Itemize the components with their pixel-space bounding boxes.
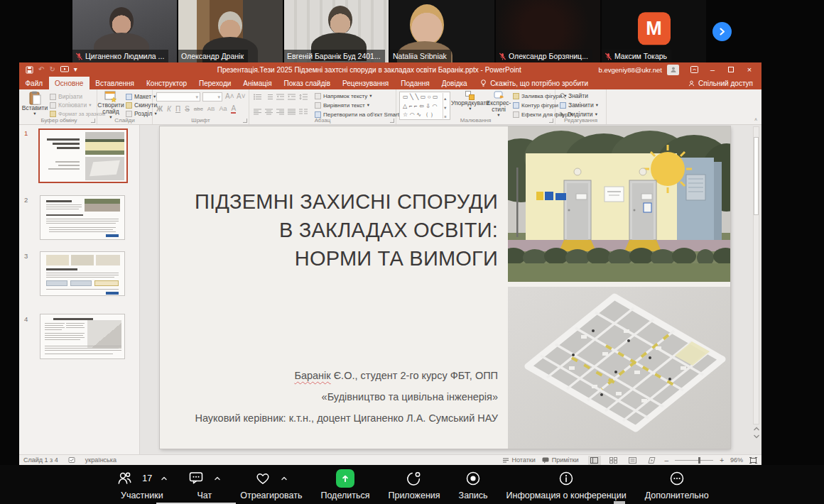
participant-tile[interactable]: Олександр Дранік [178,0,283,62]
slide-thumbnail-1[interactable] [38,128,128,183]
slide-subtitle[interactable]: Баранік Є.О., студент 2-го курсу ФБТ, ОП… [164,365,498,429]
next-participants-page-button[interactable] [712,22,732,41]
participant-tile[interactable]: Олександр Борзяниц... [496,0,600,62]
zoom-out-button[interactable]: – [665,456,669,464]
chevron-up-icon[interactable] [213,474,222,483]
tab-insert[interactable]: Вставлення [90,77,141,89]
character-spacing-button[interactable]: АВ [207,106,215,112]
dialog-launcher-icon[interactable] [243,119,247,123]
font-size-combo[interactable]: ▾ [202,92,222,102]
dialog-launcher-icon[interactable] [549,119,553,123]
tab-help[interactable]: Довідка [435,77,473,89]
more-button[interactable]: Дополнительно [636,469,718,500]
strikethrough-button[interactable]: S [185,105,190,113]
text-shadow-button[interactable]: abc [194,106,203,112]
shrink-font-icon[interactable]: А˅ [237,92,246,101]
participants-button[interactable]: 17 Участники [106,469,178,500]
columns-icon[interactable] [299,109,308,115]
slide-thumbnail-2[interactable] [40,195,125,240]
slide-title[interactable]: ПІДЗЕМНІ ЗАХИСНІ СПОРУДИ В ЗАКЛАДАХ ОСВІ… [174,187,498,273]
normal-view-button[interactable] [588,456,601,465]
shapes-gallery[interactable]: ▭╲╲▭○▭△⌐⌐⇦⇩◠☆◠∿（）☆▲▼≡ [399,92,450,120]
minimize-button[interactable]: – [703,62,722,77]
chevron-up-icon[interactable] [280,474,288,483]
slide-canvas[interactable]: ПІДЗЕМНІ ЗАХИСНІ СПОРУДИ В ЗАКЛАДАХ ОСВІ… [140,125,761,454]
start-slideshow-icon[interactable] [60,66,69,73]
justify-icon[interactable] [288,109,296,115]
slide-thumbnail-4[interactable] [40,314,125,359]
participant-tile[interactable]: Циганенко Людмила ... [72,0,177,62]
italic-button[interactable]: К [167,105,171,113]
dialog-launcher-icon[interactable] [91,119,95,123]
undo-icon[interactable]: ↶ [38,66,44,73]
copy-button[interactable]: Копіювати▾ [50,101,91,109]
zoom-in-button[interactable]: + [720,456,724,464]
slide-thumbnail-3[interactable] [40,251,125,296]
account-avatar-icon[interactable] [667,65,679,75]
react-button[interactable]: Отреагировать [231,469,311,500]
participant-tile[interactable]: Евгеній Баранік Буд 2401... [284,0,389,62]
next-slide-button[interactable] [753,434,760,439]
slide-counter[interactable]: Слайд 1 з 4 [23,456,58,464]
fit-to-window-icon[interactable] [749,457,757,464]
numbering-icon[interactable] [265,94,273,100]
find-button[interactable]: Знайти [560,92,588,100]
save-icon[interactable] [26,66,33,74]
shelter-exterior-photo[interactable] [508,126,730,282]
participant-tile[interactable]: M Максим Токарь [602,0,706,62]
increase-indent-icon[interactable] [288,94,296,100]
language-indicator[interactable]: українська [85,456,116,464]
chat-button[interactable]: Чат [178,469,231,500]
bold-button[interactable]: Ж [156,105,163,113]
customize-qat-caret-icon[interactable]: ▾ [74,66,77,73]
line-spacing-icon[interactable] [299,94,308,100]
participant-tile-active-speaker[interactable]: Nataliia Sribniak [390,0,494,62]
tell-me-search[interactable]: Скажіть, що потрібно зробити [473,77,595,89]
align-right-icon[interactable] [276,109,284,115]
tab-animations[interactable]: Анімація [237,77,278,89]
previous-slide-button[interactable] [753,426,760,432]
paste-button[interactable]: Вставити▾ [23,91,46,116]
layout-button[interactable]: Макет▾ [126,92,156,101]
cut-button[interactable]: Вирізати [50,92,82,101]
tab-view[interactable]: Подання [395,77,435,89]
tab-file[interactable]: Файл [19,77,49,89]
new-slide-button[interactable]: Створити слайд▾ [99,91,123,120]
scrollbar-thumb[interactable] [754,137,759,215]
reading-view-button[interactable] [627,456,639,465]
font-name-combo[interactable]: ▾ [156,92,200,102]
slide-1[interactable]: ПІДЗЕМНІ ЗАХИСНІ СПОРУДИ В ЗАКЛАДАХ ОСВІ… [160,126,730,449]
comments-button[interactable]: Примітки [542,456,579,464]
text-direction-button[interactable]: Напрямок тексту▾ [315,92,372,100]
chevron-up-icon[interactable] [160,474,168,483]
underline-button[interactable]: П [175,105,180,113]
slideshow-view-button[interactable] [646,456,658,465]
tab-design[interactable]: Конструктор [141,77,193,89]
account-email[interactable]: b.evgeniy88@ukr.net [599,66,662,74]
slide-thumbnail-panel[interactable]: 1 2 [19,125,140,454]
vertical-scrollbar[interactable] [753,126,759,424]
arrange-button[interactable]: Упорядкувати▾ [455,91,486,111]
zoom-slider[interactable] [675,460,713,461]
tab-slideshow[interactable]: Показ слайдів [278,77,337,89]
notes-button[interactable]: Нотатки [502,456,536,464]
collapse-ribbon-icon[interactable]: ˄ [754,117,757,122]
record-button[interactable]: Запись [450,469,497,500]
grow-font-icon[interactable]: А˄ [225,92,234,101]
align-center-icon[interactable] [265,109,273,115]
align-left-icon[interactable] [254,109,261,115]
ribbon-display-options-button[interactable] [685,62,703,77]
apps-button[interactable]: Приложения [379,469,449,500]
decrease-indent-icon[interactable] [276,94,284,100]
meeting-info-button[interactable]: Информация о конференции [497,469,636,500]
close-button[interactable]: × [740,62,759,77]
spellcheck-status[interactable] [68,456,75,464]
zoom-level[interactable]: 96% [730,456,743,464]
replace-button[interactable]: Замінити▾ [560,101,598,109]
redo-icon[interactable]: ↻ [49,66,55,73]
quick-styles-button[interactable]: Експрес-стилі▾ [486,91,511,118]
change-case-button[interactable]: Aa [219,105,227,112]
slide-sorter-view-button[interactable] [607,456,620,465]
dialog-launcher-icon[interactable] [390,119,394,123]
shapes-scroll-arrows[interactable]: ▲▼≡ [443,93,449,119]
